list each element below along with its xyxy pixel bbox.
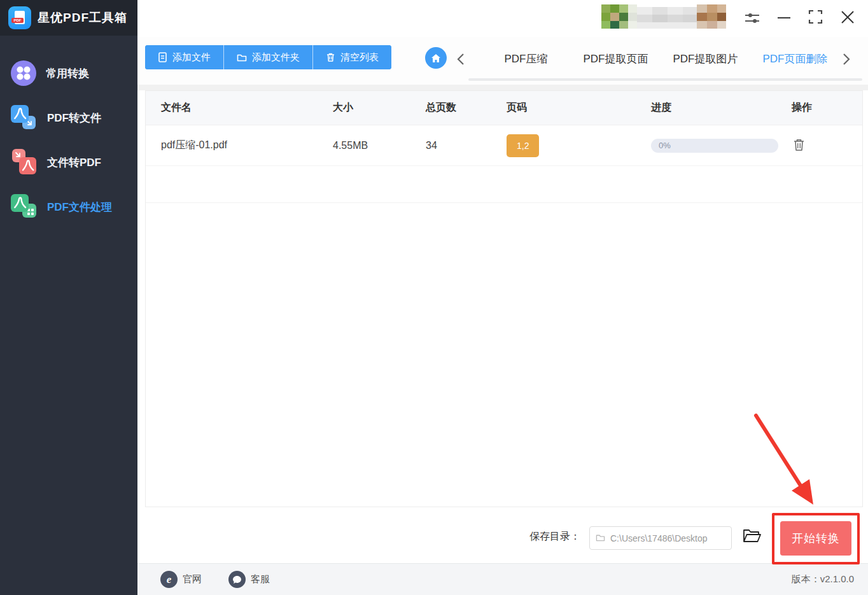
- cell-total-pages: 34: [426, 140, 507, 151]
- sidebar-item-label: 文件转PDF: [47, 155, 101, 170]
- tabs-scroll-right-icon[interactable]: [841, 52, 851, 66]
- folder-icon: [596, 533, 605, 542]
- trash-icon: [793, 138, 805, 151]
- sidebar-item-label: PDF文件处理: [47, 200, 112, 214]
- folder-open-icon: [742, 528, 761, 544]
- settings-sliders-icon[interactable]: [743, 9, 761, 27]
- tab-underline-track: [468, 78, 862, 81]
- file-to-pdf-icon: [11, 149, 38, 176]
- pdf-to-file-icon: [11, 104, 38, 131]
- tab-pdf-extract-images[interactable]: PDF提取图片: [661, 46, 750, 81]
- col-total-pages: 总页数: [426, 101, 507, 115]
- flower-grid-icon: [11, 60, 36, 86]
- delete-row-button[interactable]: [792, 137, 806, 155]
- add-file-button[interactable]: 添加文件: [145, 45, 223, 69]
- document-icon: [158, 52, 167, 62]
- footer: e 官网 客服 版本：v2.1.0.0: [137, 563, 868, 595]
- browse-folder-button[interactable]: [742, 528, 761, 546]
- cell-filename: pdf压缩-01.pdf: [161, 139, 333, 152]
- close-icon[interactable]: [839, 9, 856, 25]
- clear-list-button[interactable]: 清空列表: [312, 45, 391, 69]
- app-window: { "app": { "title": "星优PDF工具箱" }, "sideb…: [0, 0, 868, 595]
- clear-list-label: 清空列表: [340, 52, 379, 64]
- sidebar-nav: 常用转换 PDF转文件: [0, 51, 137, 229]
- cell-actions: [792, 137, 862, 155]
- version-text: 版本：v2.1.0.0: [792, 573, 854, 585]
- save-dir-label: 保存目录：: [529, 530, 580, 543]
- user-avatar-redacted[interactable]: [601, 4, 726, 29]
- table-header: 文件名 大小 总页数 页码 进度 操作: [146, 91, 862, 125]
- sidebar-item-label: PDF转文件: [47, 111, 101, 125]
- main-area: 添加文件 添加文件夹 清空列表: [137, 0, 868, 595]
- page-range-badge[interactable]: 1,2: [507, 134, 539, 157]
- support-link[interactable]: 客服: [228, 571, 270, 588]
- pdf-process-icon: [11, 193, 38, 220]
- toolbar-strip: 添加文件 添加文件夹 清空列表: [137, 37, 868, 85]
- progress-bar: 0%: [651, 139, 778, 153]
- sidebar-item-file-to-pdf[interactable]: 文件转PDF: [0, 140, 137, 185]
- tab-pdf-compress[interactable]: PDF压缩: [481, 46, 571, 81]
- cell-size: 4.55MB: [333, 140, 426, 151]
- tabs-scroll-left-icon[interactable]: [456, 52, 466, 66]
- col-actions: 操作: [792, 101, 862, 115]
- folder-icon: [237, 53, 247, 62]
- minimize-icon[interactable]: [776, 10, 792, 25]
- cell-page-numbers: 1,2: [507, 134, 651, 157]
- col-page-numbers: 页码: [507, 101, 651, 115]
- website-label: 官网: [183, 573, 202, 585]
- table-empty-row: [146, 166, 862, 203]
- sidebar: PDF 星优PDF工具箱 常用转换: [0, 0, 137, 595]
- sidebar-item-common-convert[interactable]: 常用转换: [0, 51, 137, 95]
- app-logo-icon: PDF: [8, 6, 31, 29]
- sidebar-item-label: 常用转换: [46, 66, 89, 81]
- app-logo-row: PDF 星优PDF工具箱: [0, 0, 137, 36]
- website-link[interactable]: e 官网: [160, 571, 202, 588]
- save-path-field-wrap: [589, 526, 732, 550]
- trash-icon: [326, 52, 335, 62]
- sidebar-item-pdf-file-process[interactable]: PDF文件处理: [0, 185, 137, 229]
- col-size: 大小: [333, 101, 426, 115]
- table-row: pdf压缩-01.pdf 4.55MB 34 1,2 0%: [146, 125, 862, 166]
- cell-progress: 0%: [651, 139, 792, 153]
- add-file-label: 添加文件: [172, 52, 211, 64]
- support-label: 客服: [251, 573, 270, 585]
- titlebar: [137, 0, 868, 37]
- browser-e-icon: e: [160, 571, 178, 588]
- tab-pdf-page-delete[interactable]: PDF页面删除: [750, 46, 840, 81]
- save-path-input[interactable]: [589, 526, 732, 550]
- divider-band: [137, 85, 868, 90]
- sidebar-item-pdf-to-file[interactable]: PDF转文件: [0, 95, 137, 140]
- maximize-icon[interactable]: [808, 9, 823, 25]
- start-convert-button[interactable]: 开始转换: [780, 521, 851, 556]
- file-list-panel: 文件名 大小 总页数 页码 进度 操作 pdf压缩-01.pdf 4.55MB …: [145, 90, 863, 507]
- add-folder-label: 添加文件夹: [252, 52, 300, 64]
- bottom-bar: 保存目录： 开始转换: [137, 507, 868, 563]
- file-actions-group: 添加文件 添加文件夹 清空列表: [145, 45, 391, 69]
- tab-bar: PDF压缩 PDF提取页面 PDF提取图片 PDF页面删除: [481, 46, 840, 81]
- home-button[interactable]: [425, 47, 447, 69]
- chat-bubble-icon: [228, 571, 246, 588]
- home-icon: [431, 53, 441, 63]
- col-progress: 进度: [651, 101, 792, 115]
- add-folder-button[interactable]: 添加文件夹: [223, 45, 312, 69]
- app-title: 星优PDF工具箱: [38, 10, 127, 26]
- tab-pdf-extract-pages[interactable]: PDF提取页面: [571, 46, 661, 81]
- col-filename: 文件名: [161, 101, 333, 115]
